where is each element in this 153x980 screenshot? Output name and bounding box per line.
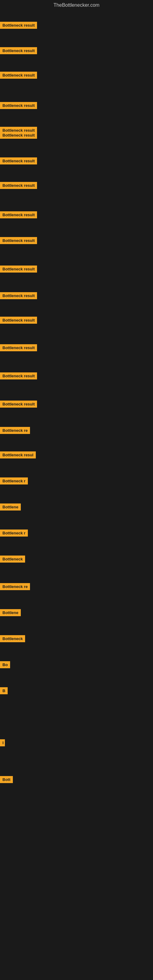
bottleneck-result-label: Bottleneck r	[0, 477, 28, 485]
list-item: Bottlene	[0, 609, 21, 617]
bottleneck-result-label: Bottleneck result	[0, 401, 37, 407]
list-item: Bottleneck	[0, 635, 25, 643]
bottleneck-result-label: Bott	[0, 776, 13, 783]
list-item: Bottleneck result	[0, 372, 37, 381]
bottleneck-result-label: Bottleneck	[0, 635, 25, 642]
bottleneck-result-label: I	[0, 739, 5, 746]
bottleneck-result-label: Bottleneck result	[0, 158, 37, 164]
bottleneck-result-label: Bottleneck result	[0, 22, 37, 29]
bottleneck-result-label: Bottleneck result	[0, 292, 37, 299]
list-item: Bottleneck result	[0, 317, 37, 325]
bottleneck-result-label: Bo	[0, 661, 10, 668]
bottleneck-result-label: Bottleneck result	[0, 72, 37, 79]
bottleneck-result-label: Bottleneck r	[0, 530, 28, 536]
bottleneck-result-label: Bottleneck resul	[0, 452, 36, 458]
bottleneck-result-label: Bottleneck result	[0, 317, 37, 324]
list-item: Bottleneck result	[0, 211, 37, 220]
list-item: B	[0, 687, 8, 695]
list-item: Bottleneck result	[0, 47, 37, 56]
bottleneck-result-label: Bottleneck result	[0, 372, 37, 379]
bottleneck-result-label: Bottlene	[0, 609, 21, 616]
bottleneck-result-label: B	[0, 687, 8, 694]
list-item: Bottleneck result	[0, 182, 37, 190]
bottleneck-result-label: Bottleneck result	[0, 132, 37, 139]
bottleneck-result-label: Bottleneck result	[0, 344, 37, 351]
list-item: Bottleneck result	[0, 292, 37, 301]
bottleneck-result-label: Bottleneck result	[0, 102, 37, 109]
list-item: Bottleneck result	[0, 344, 37, 353]
list-item: Bottleneck result	[0, 266, 37, 274]
list-item: Bottleneck result	[0, 132, 37, 140]
list-item: Bottleneck result	[0, 72, 37, 80]
bottleneck-result-label: Bottlene	[0, 503, 21, 511]
list-item: Bottleneck result	[0, 102, 37, 110]
bottleneck-result-label: Bottleneck	[0, 555, 25, 563]
list-item: Bottleneck	[0, 555, 25, 564]
list-item: Bottleneck result	[0, 237, 37, 245]
site-title: TheBottlenecker.com	[0, 0, 153, 10]
list-item: Bottleneck re	[0, 427, 30, 435]
bottleneck-result-label: Bottleneck result	[0, 237, 37, 244]
list-item: Bottleneck resul	[0, 452, 36, 460]
list-item: Bottleneck r	[0, 477, 28, 486]
bottleneck-result-label: Bottleneck re	[0, 427, 30, 434]
list-item: I	[0, 739, 5, 748]
bottleneck-result-label: Bottleneck result	[0, 266, 37, 272]
list-item: Bottleneck re	[0, 583, 30, 591]
bottleneck-result-label: Bottleneck result	[0, 211, 37, 218]
bottleneck-result-label: Bottleneck result	[0, 182, 37, 189]
list-item: Bottleneck result	[0, 401, 37, 409]
list-item: Bottleneck result	[0, 22, 37, 30]
bottleneck-result-label: Bottleneck result	[0, 47, 37, 54]
bottleneck-result-label: Bottleneck re	[0, 583, 30, 590]
list-item: Bo	[0, 661, 10, 670]
list-item: Bottlene	[0, 503, 21, 512]
list-item: Bottleneck r	[0, 530, 28, 538]
list-item: Bottleneck result	[0, 158, 37, 166]
list-item: Bott	[0, 776, 13, 784]
